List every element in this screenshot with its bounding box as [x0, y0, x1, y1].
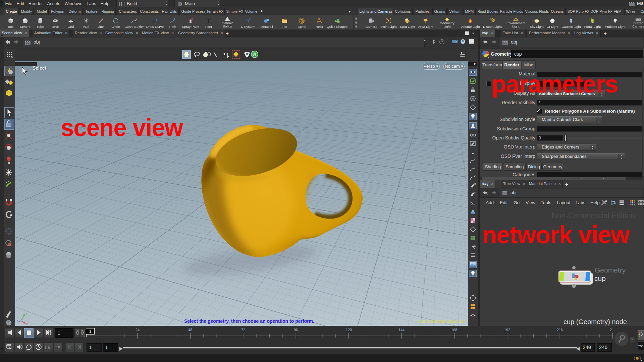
svg-text:12: 12 — [474, 191, 476, 194]
svg-text:12: 12 — [474, 183, 476, 185]
svg-text:z: z — [17, 319, 18, 322]
svg-text:y: y — [25, 312, 27, 315]
svg-text:x: x — [26, 322, 28, 325]
